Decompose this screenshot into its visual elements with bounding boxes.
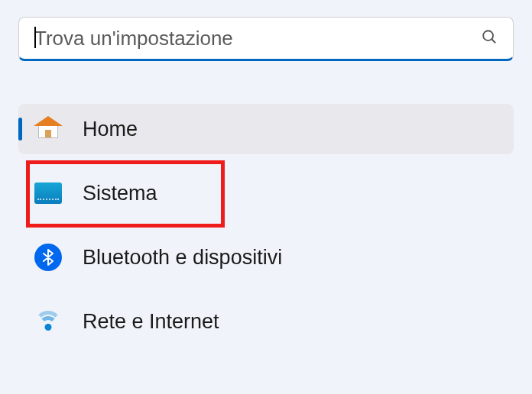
search-icon (481, 28, 498, 48)
nav-label: Bluetooth e dispositivi (83, 246, 282, 270)
nav-item-network[interactable]: Rete e Internet (18, 296, 514, 347)
active-indicator (18, 118, 22, 140)
nav-item-home[interactable]: Home (18, 104, 514, 154)
bluetooth-icon (34, 243, 63, 272)
system-icon (34, 179, 63, 208)
settings-nav: Home Sistema Bluetooth e dispositivi Ret… (18, 104, 514, 347)
svg-point-0 (483, 31, 493, 40)
wifi-icon (34, 307, 63, 336)
nav-item-system[interactable]: Sistema (18, 168, 514, 218)
search-input[interactable] (34, 27, 481, 50)
nav-label: Home (83, 118, 138, 141)
nav-label: Rete e Internet (83, 310, 219, 334)
text-caret (34, 27, 36, 48)
home-icon (34, 115, 63, 144)
svg-line-1 (491, 39, 495, 43)
search-box[interactable] (18, 17, 514, 61)
nav-item-bluetooth[interactable]: Bluetooth e dispositivi (18, 232, 514, 283)
nav-label: Sistema (83, 182, 157, 205)
